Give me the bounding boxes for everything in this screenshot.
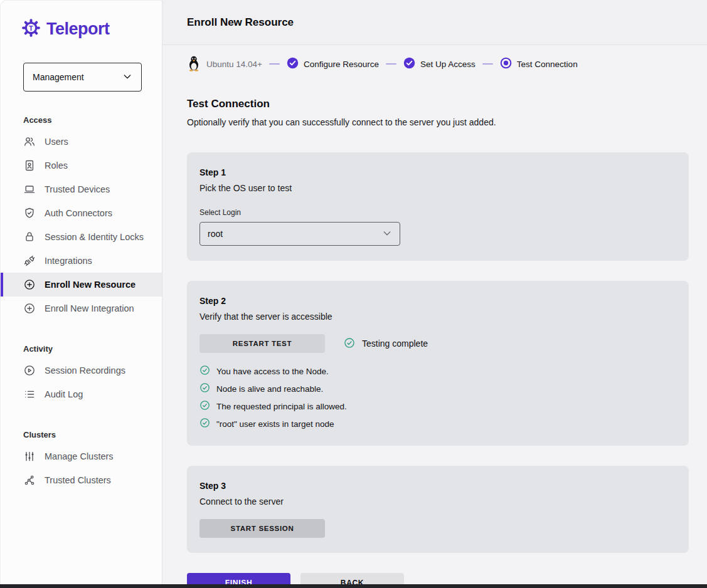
sidebar-item-enroll-new-resource[interactable]: Enroll New Resource	[1, 273, 162, 297]
stepper-connector	[386, 63, 396, 65]
testing-status-label: Testing complete	[362, 339, 428, 349]
sidebar: T Teleport Management Access Users	[0, 0, 162, 588]
step2-subtitle: Verify that the server is accessible	[199, 312, 676, 322]
sidebar-item-label: Trusted Clusters	[45, 475, 111, 485]
sidebar-item-label: Session & Identity Locks	[45, 232, 144, 242]
stepper-connector	[269, 63, 280, 65]
scope-selector-value: Management	[33, 72, 84, 82]
chevron-down-icon	[122, 71, 132, 83]
linux-penguin-icon	[187, 55, 201, 73]
sidebar-item-trusted-devices[interactable]: Trusted Devices	[1, 177, 162, 201]
stepper-step-label: Test Connection	[517, 60, 578, 69]
step1-card: Step 1 Pick the OS user to test Select L…	[187, 152, 689, 261]
select-login-label: Select Login	[199, 208, 676, 217]
stepper-resource-label: Ubuntu 14.04+	[206, 60, 262, 69]
check-item: "root" user exists in target node	[199, 417, 676, 431]
sidebar-item-label: Session Recordings	[45, 365, 125, 375]
lock-icon	[23, 231, 36, 243]
circle-plus-icon	[23, 302, 36, 315]
nav-section-title-activity: Activity	[23, 344, 162, 354]
step3-title: Step 3	[199, 481, 676, 491]
content-area: Test Connection Optionally verify that y…	[162, 73, 707, 588]
teleport-gear-icon: T	[21, 18, 41, 40]
horizontal-scrollbar[interactable]	[0, 584, 707, 588]
sidebar-item-label: Roles	[45, 160, 68, 171]
sidebar-item-users[interactable]: Users	[1, 130, 162, 154]
check-item-label: Node is alive and reachable.	[216, 384, 323, 394]
step2-card: Step 2 Verify that the server is accessi…	[187, 281, 689, 446]
app-window: T Teleport Management Access Users	[0, 0, 707, 588]
sidebar-item-label: Manage Clusters	[45, 451, 114, 461]
stepper-connector	[482, 63, 493, 65]
enroll-stepper: Ubuntu 14.04+ Configure Resource Set Up …	[162, 45, 707, 73]
restart-test-button[interactable]: RESTART TEST	[199, 334, 325, 353]
sidebar-item-session-recordings[interactable]: Session Recordings	[1, 359, 162, 382]
check-circle-icon	[199, 382, 210, 395]
logo-text: Teleport	[46, 19, 110, 39]
id-card-icon	[23, 159, 36, 172]
check-item: You have access to the Node.	[199, 364, 676, 378]
teleport-logo: T Teleport	[1, 18, 162, 40]
sidebar-item-audit-log[interactable]: Audit Log	[1, 382, 162, 406]
main-panel: Enroll New Resource	[162, 0, 707, 588]
check-item: Node is alive and reachable.	[199, 382, 676, 396]
network-icon	[23, 474, 36, 486]
sidebar-item-session-identity-locks[interactable]: Session & Identity Locks	[1, 225, 162, 249]
circle-plus-icon	[23, 278, 36, 291]
plug-icon	[23, 255, 36, 267]
scope-selector[interactable]: Management	[23, 63, 142, 92]
step1-subtitle: Pick the OS user to test	[199, 183, 676, 193]
step-current-icon	[500, 57, 512, 71]
svg-text:T: T	[29, 24, 33, 32]
step3-card: Step 3 Connect to the server START SESSI…	[187, 466, 689, 553]
check-item-label: You have access to the Node.	[216, 367, 329, 376]
sidebar-nav: Access Users Roles Trusted Devices	[1, 115, 162, 492]
step-complete-icon	[403, 57, 415, 71]
page-header: Enroll New Resource	[162, 0, 707, 45]
laptop-icon	[23, 183, 36, 196]
list-icon	[23, 388, 36, 401]
sidebar-item-label: Auth Connectors	[45, 208, 112, 218]
shield-check-icon	[23, 207, 36, 219]
stepper-step-label: Set Up Access	[420, 60, 476, 69]
sidebar-item-manage-clusters[interactable]: Manage Clusters	[1, 444, 162, 468]
stepper-step-set-up-access: Set Up Access	[403, 57, 476, 71]
sidebar-item-label: Enroll New Integration	[45, 303, 134, 313]
nav-section-title-clusters: Clusters	[23, 430, 162, 439]
sidebar-item-auth-connectors[interactable]: Auth Connectors	[1, 201, 162, 225]
sidebar-item-enroll-new-integration[interactable]: Enroll New Integration	[1, 297, 162, 320]
step3-subtitle: Connect to the server	[199, 496, 676, 507]
section-description: Optionally verify that you can successfu…	[187, 117, 707, 127]
sidebar-item-integrations[interactable]: Integrations	[1, 249, 162, 273]
check-circle-icon	[199, 400, 210, 412]
test-checklist: You have access to the Node. Node is ali…	[199, 364, 676, 431]
sidebar-item-roles[interactable]: Roles	[1, 154, 162, 177]
nav-section-title-access: Access	[23, 115, 162, 125]
page-title: Enroll New Resource	[187, 16, 294, 29]
step1-title: Step 1	[199, 167, 676, 177]
sidebar-item-label: Integrations	[45, 256, 92, 266]
sidebar-item-trusted-clusters[interactable]: Trusted Clusters	[1, 468, 162, 492]
sidebar-item-label: Trusted Devices	[45, 184, 110, 194]
sliders-icon	[23, 450, 36, 463]
sidebar-item-label: Users	[45, 137, 68, 147]
check-circle-icon	[199, 365, 210, 377]
check-circle-icon	[199, 417, 210, 430]
users-icon	[23, 135, 36, 148]
sidebar-item-label: Audit Log	[45, 389, 83, 399]
section-heading: Test Connection	[187, 98, 707, 110]
step2-title: Step 2	[199, 296, 676, 306]
select-login-value: root	[208, 229, 223, 239]
check-circle-icon	[344, 337, 355, 350]
stepper-step-test-connection: Test Connection	[500, 57, 578, 71]
testing-status: Testing complete	[344, 337, 428, 350]
check-item-label: The requested principal is allowed.	[216, 402, 347, 411]
stepper-resource: Ubuntu 14.04+	[187, 55, 262, 73]
select-login-dropdown[interactable]: root	[199, 222, 400, 246]
check-item: The requested principal is allowed.	[199, 399, 676, 413]
stepper-step-label: Configure Resource	[304, 60, 379, 69]
play-circle-icon	[23, 364, 36, 377]
step-complete-icon	[287, 57, 299, 71]
start-session-button[interactable]: START SESSION	[199, 519, 325, 538]
check-item-label: "root" user exists in target node	[216, 419, 334, 429]
